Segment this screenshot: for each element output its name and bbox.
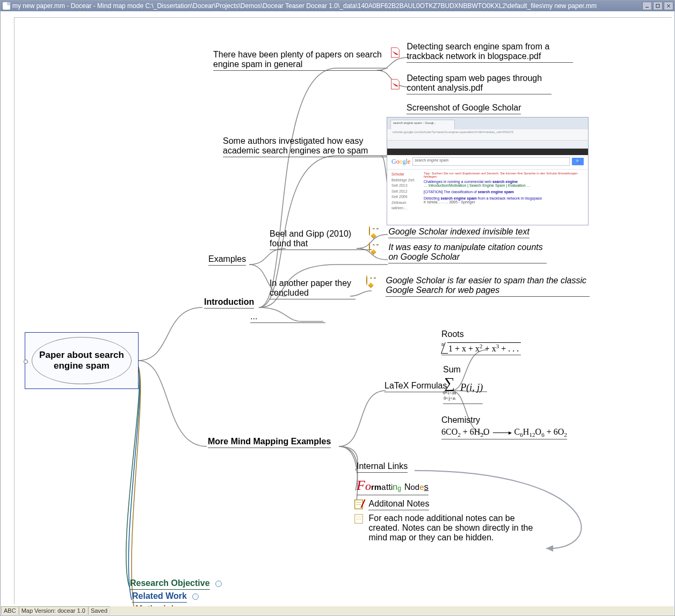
internal-links-label: Internal Links bbox=[357, 461, 408, 473]
quote-icon: “ ” bbox=[366, 276, 380, 288]
node-related-work[interactable]: Related Work bbox=[132, 591, 199, 603]
node-plenty-papers[interactable]: There have been plenty of papers on sear… bbox=[213, 50, 382, 71]
chemistry-formula: 6CO2 + 6H2O C6H12O6 + 6O2 bbox=[441, 427, 567, 439]
node-ellipsis[interactable]: ... bbox=[250, 312, 325, 323]
scholar-sidebar-label: Scholar bbox=[391, 172, 422, 178]
node-sum[interactable]: Sum ∑ 0<i<m 0<j<n P(i, j) bbox=[443, 365, 483, 404]
introduction-label: Introduction bbox=[204, 297, 254, 309]
status-saved: Saved bbox=[88, 606, 110, 615]
scholar-caption: Screenshot of Google Scholar bbox=[407, 103, 521, 114]
roots-formula: n 1 + x + x2 + x3 + . . . bbox=[441, 341, 521, 355]
browser-tab: search engine spam - Googl... bbox=[390, 120, 455, 129]
svg-rect-1 bbox=[656, 4, 659, 8]
quote3-text: Google Scholar is far easier to spam tha… bbox=[386, 276, 590, 297]
pdf2-text: Detecting spam web pages through content… bbox=[407, 74, 551, 94]
statusbar: ABC Map Version: docear 1.0 Saved bbox=[1, 606, 674, 615]
chemistry-label: Chemistry bbox=[441, 415, 567, 425]
browser-url: scholar.google.com/scholar?q=search+engi… bbox=[387, 129, 588, 141]
node-another-paper[interactable]: In another paper they concluded bbox=[270, 278, 355, 299]
root-node[interactable]: Paper about search engine spam bbox=[25, 332, 139, 389]
plenty-papers-text: There have been plenty of papers on sear… bbox=[213, 50, 382, 71]
mindmap-canvas[interactable]: Paper about search engine spam Introduct… bbox=[1, 12, 674, 606]
status-abc: ABC bbox=[1, 606, 19, 615]
research-objective-label: Research Objective bbox=[130, 578, 210, 590]
sum-label: Sum bbox=[443, 365, 483, 375]
additional-notes-label: Additonal Notes bbox=[368, 499, 429, 510]
examples-label: Examples bbox=[208, 254, 246, 266]
roots-label: Roots bbox=[441, 329, 521, 339]
node-latex-formulas[interactable]: LaTeX Formulas bbox=[384, 381, 447, 392]
maximize-button[interactable] bbox=[653, 2, 663, 10]
svg-rect-0 bbox=[645, 7, 649, 8]
google-logo: Google bbox=[391, 158, 410, 166]
notes-icon bbox=[353, 499, 364, 510]
investigate-text: Some authors investigated how easy acade… bbox=[223, 136, 395, 157]
node-formatting[interactable]: FormattingNodes bbox=[357, 478, 429, 495]
scholar-hint: Tipp: Suchen Sie nur nach Ergebnissen au… bbox=[424, 172, 585, 178]
node-examples[interactable]: Examples bbox=[208, 254, 246, 266]
additional-notes-text: For each node additional notes can be cr… bbox=[368, 514, 540, 542]
node-quote-invisible-text[interactable]: “ ” Google Scholar indexed invisible tex… bbox=[369, 226, 529, 238]
related-work-label: Related Work bbox=[132, 591, 187, 603]
node-pdf-2[interactable]: Detecting spam web pages through content… bbox=[389, 74, 583, 94]
latex-formulas-label: LaTeX Formulas bbox=[384, 381, 447, 392]
node-internal-links[interactable]: Internal Links bbox=[357, 461, 408, 473]
quote-icon: “ ” bbox=[369, 243, 383, 254]
beel-gipp-text: Beel and Gipp (2010) found that bbox=[270, 229, 372, 250]
minimize-button[interactable] bbox=[642, 2, 652, 10]
pdf1-text: Detecting search engine spam from a trac… bbox=[407, 42, 573, 63]
node-introduction[interactable]: Introduction bbox=[204, 297, 254, 309]
node-quote-easier-spam[interactable]: “ ” Google Scholar is far easier to spam… bbox=[366, 276, 594, 297]
node-beel-gipp[interactable]: Beel and Gipp (2010) found that bbox=[270, 229, 372, 250]
status-map-version: Map Version: docear 1.0 bbox=[19, 606, 88, 615]
quote2-text: It was easy to manipulate citation count… bbox=[388, 243, 547, 263]
node-investigate[interactable]: Some authors investigated how easy acade… bbox=[223, 136, 395, 157]
quote1-text: Google Scholar indexed invisible text bbox=[388, 227, 529, 238]
formatting-nodes-label: FormattingNodes bbox=[357, 478, 429, 495]
node-scholar-caption[interactable]: Screenshot of Google Scholar bbox=[407, 103, 521, 114]
node-more-examples[interactable]: More Mind Mapping Examples bbox=[208, 437, 331, 448]
root-label: Paper about search engine spam bbox=[38, 350, 126, 372]
notes-icon bbox=[353, 514, 364, 524]
fold-handle-icon[interactable] bbox=[24, 360, 28, 364]
ellipsis-text: ... bbox=[250, 312, 325, 323]
search-button-icon: 🔍 bbox=[572, 158, 584, 165]
collapsed-indicator-icon[interactable] bbox=[215, 581, 222, 587]
node-pdf-1[interactable]: Detecting search engine spam from a trac… bbox=[389, 42, 583, 63]
node-chemistry[interactable]: Chemistry 6CO2 + 6H2O C6H12O6 + 6O2 bbox=[441, 415, 567, 439]
quote-icon: “ ” bbox=[369, 226, 383, 238]
google-scholar-screenshot: search engine spam - Googl... scholar.go… bbox=[387, 117, 589, 225]
more-examples-label: More Mind Mapping Examples bbox=[208, 437, 331, 448]
window-title: my new paper.mm - Docear - Mind map mode… bbox=[12, 2, 642, 10]
titlebar: my new paper.mm - Docear - Mind map mode… bbox=[1, 1, 674, 11]
collapsed-indicator-icon[interactable] bbox=[192, 593, 199, 600]
node-roots[interactable]: Roots n 1 + x + x2 + x3 + . . . bbox=[441, 329, 521, 355]
pdf-icon bbox=[389, 78, 401, 90]
node-additional-notes-body[interactable]: For each node additional notes can be cr… bbox=[353, 514, 547, 542]
node-quote-citation-counts[interactable]: “ ” It was easy to manipulate citation c… bbox=[369, 243, 551, 263]
node-additional-notes[interactable]: Additonal Notes bbox=[353, 499, 429, 510]
node-research-objective[interactable]: Research Objective bbox=[130, 578, 222, 590]
sum-formula: ∑ 0<i<m 0<j<n P(i, j) bbox=[443, 376, 483, 404]
another-paper-text: In another paper they concluded bbox=[270, 278, 355, 299]
close-button[interactable] bbox=[664, 2, 673, 10]
search-query: search engine spam bbox=[412, 157, 570, 166]
pdf-icon bbox=[389, 47, 401, 58]
document-icon bbox=[3, 2, 10, 10]
